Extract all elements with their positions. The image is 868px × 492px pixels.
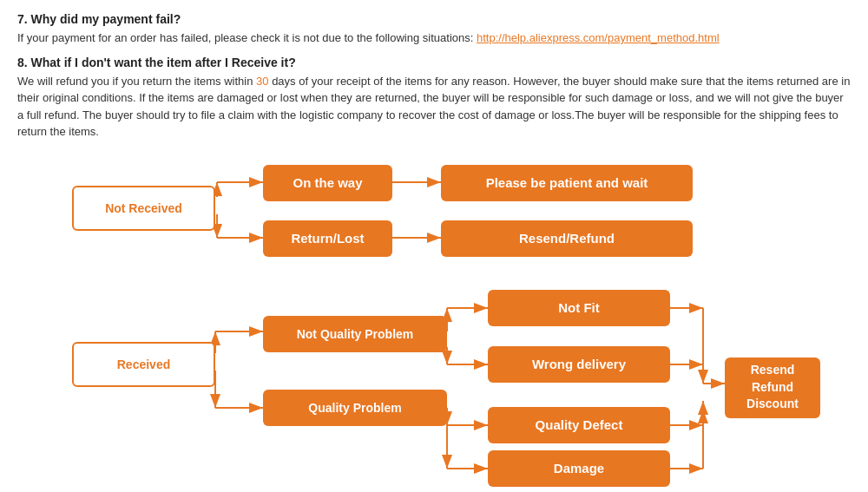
q7-body-text: If your payment for an order has failed,… <box>17 31 477 44</box>
resend-refund-top-box: Resend/Refund <box>441 220 693 257</box>
q7-body: If your payment for an order has failed,… <box>17 30 851 47</box>
not-quality-problem-box: Not Quality Problem <box>263 316 447 352</box>
q8-body1: We will refund you if you return the ite… <box>17 75 256 88</box>
q7-link[interactable]: http://help.aliexpress.com/payment_metho… <box>477 31 720 44</box>
damage-box: Damage <box>488 450 670 487</box>
section-7: 7. Why did my payment fail? If your paym… <box>17 12 851 47</box>
q7-title: 7. Why did my payment fail? <box>17 12 851 26</box>
section-8: 8. What if I don't want the item after I… <box>17 56 851 141</box>
not-fit-box: Not Fit <box>488 290 670 326</box>
please-wait-box: Please be patient and wait <box>441 165 693 201</box>
not-received-box: Not Received <box>72 186 215 231</box>
flowchart: Not Received On the way Please be patien… <box>17 149 851 488</box>
q8-highlight: 30 <box>256 75 268 88</box>
page: 7. Why did my payment fail? If your paym… <box>0 0 868 492</box>
q8-body: We will refund you if you return the ite… <box>17 73 851 141</box>
wrong-delivery-box: Wrong delivery <box>488 346 670 383</box>
q8-title: 8. What if I don't want the item after I… <box>17 56 851 69</box>
resend-refund-discount-box: Resend Refund Discount <box>725 358 820 418</box>
on-the-way-box: On the way <box>263 165 392 201</box>
quality-defect-box: Quality Defect <box>488 407 670 443</box>
return-lost-box: Return/Lost <box>263 220 392 257</box>
quality-problem-box: Quality Problem <box>263 390 447 426</box>
received-box: Received <box>72 342 215 387</box>
